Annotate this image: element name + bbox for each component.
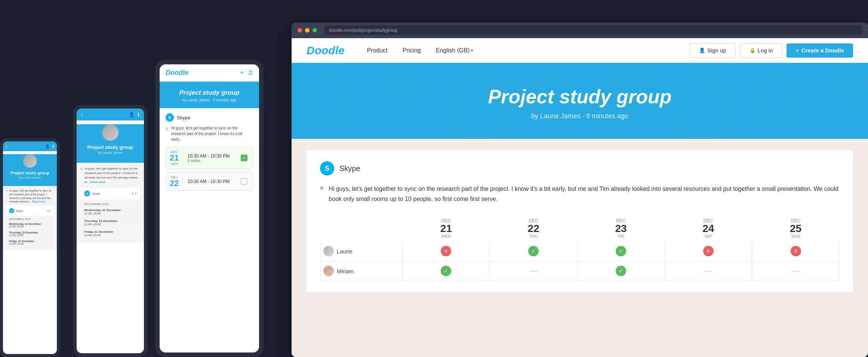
content-card: S Skype ≡ Hi guys, let's get together to…: [307, 150, 853, 292]
tablet-date1-votes: 2 votes: [187, 159, 236, 163]
tablet-desc-icon: ≡: [166, 126, 168, 142]
phone-medium-row1-label: Wednesday, 21 December: [84, 208, 121, 212]
table-row: Miriam ✓ — ✓: [320, 261, 840, 281]
phone-small-back-arrow[interactable]: ‹: [6, 144, 7, 149]
phone-small-skype-label: Skype: [16, 210, 23, 212]
tablet-date-row-1[interactable]: Dec 21 WED 10:30 AM - 10:30 PM 2 votes ✓: [166, 147, 253, 169]
browser-maximize-dot[interactable]: [313, 28, 317, 33]
tablet-date2-checkbox[interactable]: [241, 178, 247, 185]
vote-check-icon: ✓: [616, 266, 626, 276]
phone-medium-row2-label: Thursday, 22 December: [84, 219, 118, 223]
tablet-menu-icon[interactable]: ☰: [248, 70, 253, 76]
phone-medium-skype-icon: S: [84, 190, 90, 196]
cal-vote-miriam-4: —: [665, 261, 752, 281]
phone-medium-row2-time: 11:45–15:00: [84, 223, 118, 226]
list-item[interactable]: Friday, 21 December 11:45–15:00 › ›: [6, 238, 54, 247]
list-item[interactable]: Thursday, 22 December 11:45–15:00 › ›: [80, 217, 140, 228]
nav-link-pricing[interactable]: Pricing: [395, 38, 428, 63]
cal-vote-laurie-2: ✓: [490, 241, 577, 261]
list-item[interactable]: Wednesday, 21 December 11:45–15:00 › ›: [80, 207, 140, 217]
nav-links: Product Pricing English (GB) ▾: [360, 38, 690, 63]
tablet-skype-icon: S: [166, 113, 174, 122]
signup-person-icon: 👤: [699, 48, 705, 53]
tablet-desc-text: Hi guys, let's get together to sync on t…: [171, 125, 253, 142]
cal-vote-laurie-1: ✕: [403, 241, 490, 261]
vote-check-icon: ✓: [616, 246, 626, 256]
cal-col-5: Dec 25 SUN: [752, 215, 840, 241]
cal-avatar-miriam: [323, 266, 334, 276]
vote-x-icon: ✕: [703, 246, 714, 256]
skype-label: Skype: [339, 164, 360, 173]
list-item[interactable]: Wednesday, 21 December 11:45–15:00 › ›: [6, 221, 54, 230]
cal-vote-miriam-5: —: [752, 261, 840, 281]
browser-minimize-dot[interactable]: [305, 28, 310, 33]
login-button[interactable]: 🔒 Log in: [740, 43, 782, 58]
phone-small-row1-chevron: › ›: [48, 224, 51, 227]
desc-icon: ≡: [320, 185, 323, 204]
tablet-logo: Doodle: [166, 69, 188, 77]
nav-lang-chevron-icon: ▾: [471, 48, 473, 52]
phone-small-user-icon: 👤: [45, 144, 50, 149]
phone-medium-row1-chevron: › ›: [133, 210, 136, 214]
tablet-date1-checkbox[interactable]: ✓: [241, 155, 247, 161]
tablet-date-row-2[interactable]: Dec 22 10:30 AM - 10:30 PM: [166, 172, 253, 191]
tablet-date2-day: 22: [170, 179, 179, 187]
phone-small-row3-label: Friday, 21 December: [9, 240, 34, 242]
phone-small-info-icon: ℹ: [52, 144, 54, 149]
phone-small-desc: Hi guys, let's get together to sync on t…: [9, 189, 54, 204]
phone-medium-subtitle: by Laurie James: [77, 151, 144, 158]
tablet-add-icon[interactable]: +: [240, 69, 244, 77]
browser-close-dot[interactable]: [298, 28, 302, 33]
cal-vote-laurie-5: ✕: [752, 241, 840, 261]
phone-small: ‹ 👤 ℹ Project study group by Laurie Jame…: [0, 138, 60, 357]
phone-medium-info-icon: ℹ: [138, 112, 139, 118]
nav-lang-selector[interactable]: English (GB) ▾: [428, 38, 481, 63]
browser-address-bar[interactable]: doodle.com/poll/projectstudygroup: [324, 25, 862, 35]
phone-medium-row1-time: 11:45–15:00: [84, 212, 121, 215]
nav-logo[interactable]: Doodle: [307, 44, 345, 57]
description-row: ≡ Hi guys, let's get together to sync on…: [320, 184, 840, 204]
browser-chrome: doodle.com/poll/projectstudygroup: [292, 22, 868, 38]
phone-medium-user-icon: 👤: [129, 112, 135, 118]
cal-col-3: Dec 23 FRI: [577, 215, 665, 241]
phone-small-read-more[interactable]: Read more: [32, 200, 46, 203]
phone-small-section-badge: ● 4: [47, 210, 51, 212]
vote-x-icon: ✕: [441, 246, 451, 256]
nav-link-product[interactable]: Product: [360, 38, 395, 63]
phone-medium-row3-time: 11:45–15:00: [84, 234, 113, 237]
main-content: S Skype ≡ Hi guys, let's get together to…: [292, 139, 868, 357]
cal-vote-laurie-3: ✓: [577, 241, 665, 261]
vote-check-icon: ✓: [528, 246, 539, 256]
phone-medium-read-more[interactable]: Read more: [90, 180, 105, 184]
browser-window: doodle.com/poll/projectstudygroup Doodle…: [292, 22, 868, 357]
phone-small-row2-label: Thursday, 22 December: [9, 231, 38, 234]
signup-button[interactable]: 👤 Sign up: [690, 43, 736, 58]
navbar: Doodle Product Pricing English (GB) ▾ 👤 …: [292, 38, 868, 63]
phone-medium-row3-chevron: › ›: [133, 232, 136, 235]
skype-icon: S: [320, 161, 334, 176]
tablet-hero: Project study group by Laurie James · 9 …: [160, 82, 259, 108]
vote-x-icon: ✕: [791, 246, 801, 256]
create-plus-icon: +: [795, 47, 799, 54]
tablet-date1-weekday: WED: [170, 162, 179, 166]
cal-col-2: Dec 22 THU: [490, 215, 577, 241]
phone-small-skype-icon: S: [9, 208, 14, 213]
phone-medium-row3-label: Friday, 21 December: [84, 230, 113, 234]
phone-small-row1-label: Wednesday, 21 December: [9, 223, 41, 225]
phone-medium-back-arrow[interactable]: ‹: [81, 112, 83, 118]
create-doodle-button[interactable]: + Create a Doodle: [787, 43, 853, 58]
phone-small-subtitle: by Laurie James: [3, 176, 57, 182]
cal-name-miriam: Miriam: [320, 261, 403, 281]
cal-vote-miriam-1: ✓: [403, 261, 490, 281]
tablet-hero-subtitle: by Laurie James · 9 minutes ago: [166, 98, 253, 102]
phone-medium: ‹ 👤 ℹ Project study group by Laurie Jame…: [73, 105, 148, 357]
vote-empty-icon: —: [792, 266, 800, 275]
skype-row: S Skype: [320, 161, 840, 176]
hero-section: Project study group by Laurie James · 9 …: [292, 63, 868, 139]
list-item[interactable]: Friday, 21 December 11:45–15:00 › ›: [80, 228, 140, 239]
hero-subtitle: by Laurie James · 9 minutes ago: [307, 112, 853, 120]
description-text: Hi guys, let's get together to sync on t…: [329, 184, 840, 204]
phone-medium-row2-chevron: › ›: [133, 221, 136, 225]
tablet-date2-time: 10:30 AM - 10:30 PM: [187, 179, 236, 184]
list-item[interactable]: Thursday, 22 December 11:45–15:00 › ›: [6, 230, 54, 238]
